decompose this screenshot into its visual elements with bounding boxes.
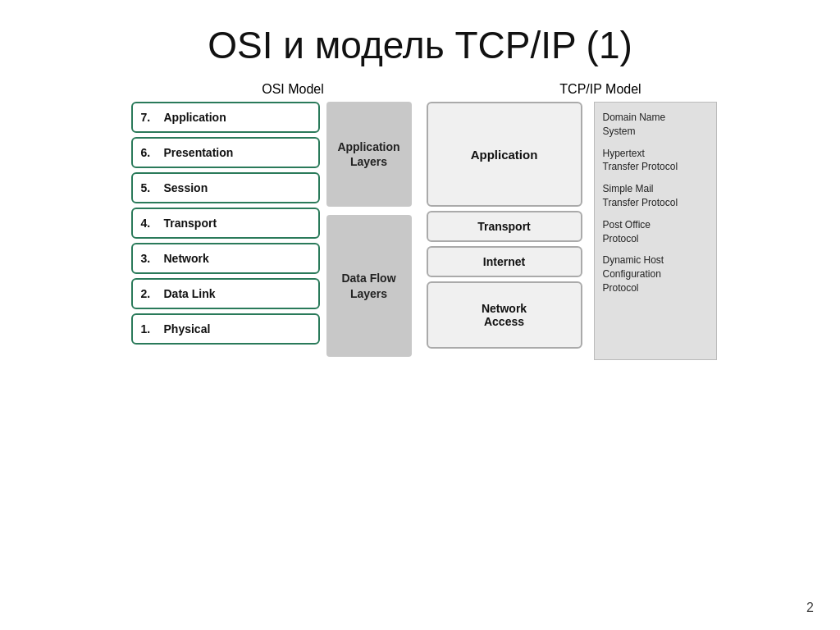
protocols-column: Domain NameSystem HypertextTransfer Prot…	[582, 102, 710, 360]
tcpip-network-access: NetworkAccess	[427, 281, 582, 349]
diagram-wrapper: OSI Model TCP/IP Model 7. Application 6.…	[0, 82, 840, 360]
tcpip-transport: Transport	[427, 211, 582, 242]
page: OSI и модель TCP/IP (1) OSI Model TCP/IP…	[0, 0, 840, 630]
osi-layer-1: 1. Physical	[131, 313, 320, 345]
layer-3-num: 3.	[141, 252, 158, 265]
tcpip-application: Application	[427, 102, 582, 207]
protocol-http: HypertextTransfer Protocol	[603, 147, 708, 175]
osi-model-header: OSI Model	[199, 82, 387, 97]
page-number: 2	[806, 600, 814, 615]
layer-3-name: Network	[164, 252, 209, 265]
layer-5-num: 5.	[141, 181, 158, 194]
layer-4-num: 4.	[141, 217, 158, 230]
osi-layer-3: 3. Network	[131, 243, 320, 274]
tcpip-internet: Internet	[427, 246, 582, 277]
layer-6-num: 6.	[141, 146, 158, 159]
protocol-pop: Post OfficeProtocol	[603, 218, 708, 246]
data-flow-label: Data FlowLayers	[326, 215, 412, 357]
protocol-smtp: Simple MailTransfer Protocol	[603, 182, 708, 210]
layer-7-num: 7.	[141, 111, 158, 124]
layer-2-num: 2.	[141, 287, 158, 300]
layer-1-name: Physical	[164, 322, 211, 336]
diagram-row: 7. Application 6. Presentation 5. Sessio…	[131, 102, 710, 360]
layer-4-name: Transport	[164, 217, 217, 230]
layer-5-name: Session	[164, 181, 208, 194]
tcpip-column: Application Transport Internet NetworkAc…	[418, 102, 582, 349]
layer-2-name: Data Link	[164, 287, 216, 300]
protocol-dhcp: Dynamic HostConfigurationProtocol	[603, 253, 708, 294]
osi-layer-5: 5. Session	[131, 172, 320, 203]
protocol-dns: Domain NameSystem	[603, 111, 708, 139]
osi-column: 7. Application 6. Presentation 5. Sessio…	[131, 102, 320, 345]
tcpip-model-header: TCP/IP Model	[527, 82, 674, 97]
protocols-box: Domain NameSystem HypertextTransfer Prot…	[594, 102, 717, 360]
osi-layer-2: 2. Data Link	[131, 278, 320, 309]
app-layers-label: ApplicationLayers	[326, 102, 412, 207]
layer-7-name: Application	[164, 111, 226, 124]
page-title: OSI и модель TCP/IP (1)	[0, 0, 840, 82]
osi-layer-7: 7. Application	[131, 102, 320, 133]
layer-6-name: Presentation	[164, 146, 234, 159]
layer-1-num: 1.	[141, 322, 158, 336]
mid-column: ApplicationLayers Data FlowLayers	[320, 102, 418, 357]
osi-layer-4: 4. Transport	[131, 208, 320, 239]
osi-layer-6: 6. Presentation	[131, 137, 320, 168]
